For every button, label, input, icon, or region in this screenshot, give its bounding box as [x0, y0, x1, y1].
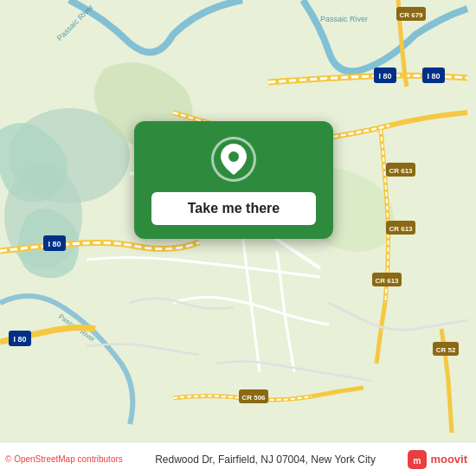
moovit-logo: m moovit	[408, 450, 467, 469]
svg-text:m: m	[414, 456, 421, 466]
osm-attribution: © OpenStreetMap contributors	[5, 454, 123, 464]
take-me-there-button[interactable]: Take me there	[151, 192, 316, 225]
svg-text:CR 52: CR 52	[436, 346, 456, 354]
svg-point-29	[228, 151, 239, 162]
bottom-bar: © OpenStreetMap contributors Redwood Dr,…	[0, 441, 476, 476]
location-icon	[211, 137, 256, 182]
moovit-text: moovit	[430, 453, 467, 466]
svg-text:I 80: I 80	[427, 72, 440, 80]
svg-text:I 80: I 80	[13, 335, 26, 344]
svg-text:Passaic River: Passaic River	[320, 15, 368, 23]
address-label: Redwood Dr, Fairfield, NJ 07004, New Yor…	[123, 453, 408, 466]
svg-text:CR 613: CR 613	[375, 277, 399, 285]
svg-text:CR 679: CR 679	[399, 11, 423, 19]
svg-text:I 80: I 80	[48, 240, 61, 248]
attribution: © OpenStreetMap contributors	[5, 454, 123, 464]
svg-text:CR 613: CR 613	[389, 167, 413, 175]
svg-text:CR 506: CR 506	[241, 394, 266, 402]
svg-text:CR 613: CR 613	[389, 225, 413, 233]
popup-card: Take me there	[134, 121, 333, 239]
svg-text:I 80: I 80	[378, 72, 391, 80]
map-container: Passaic River Passaic River Passaic Rive…	[0, 0, 476, 441]
